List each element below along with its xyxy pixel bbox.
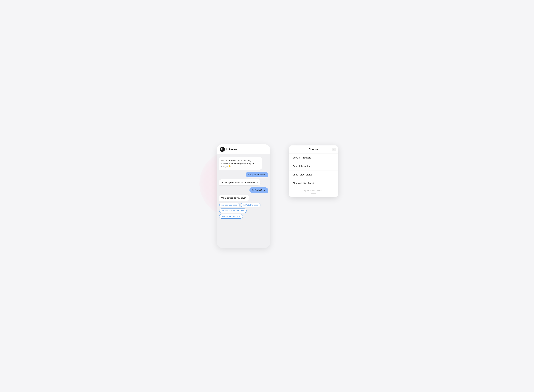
chip-airpods-pro-2nd[interactable]: AirPods Pro 2nd Gen Case [219,209,247,213]
chip-airpods-max[interactable]: AirPods Max Case [219,203,240,207]
svg-rect-1 [222,148,223,149]
user-msg2-bubble: AirPods Case [250,187,268,193]
choose-item-agent-label: Chat with Live Agent [293,182,314,184]
choose-item-status[interactable]: Check order status [289,170,338,179]
choose-title: Choose [309,148,318,151]
choose-item-shop-label: Shop all Products [293,156,311,159]
chip-airpods-3rd[interactable]: AirPods 3rd Gen Case [219,214,243,219]
user-msg1-text: Shop all Products [248,173,265,176]
chat-body: Hi! I'm Shopwell, your shopping assistan… [217,154,270,248]
close-icon: × [333,148,335,150]
bot-greeting-text: Hi! I'm Shopwell, your shopping assistan… [222,159,254,168]
choose-hint-text: Tap an item to select it [293,189,335,192]
choose-item-cancel-label: Cancel the order [293,165,310,168]
svg-rect-3 [222,149,223,150]
bot-reply2-bubble: What device do you have? [219,195,249,201]
phone-mockup: Latercase Hi! I'm Shopwell, your shoppin… [217,144,270,248]
user-msg2-text: AirPods Case [252,189,265,191]
bot-reply1-text: Sounds good! What you're looking for? [222,181,258,183]
drag-bar [311,193,316,194]
choose-item-status-label: Check order status [293,173,312,176]
user-msg1-bubble: Shop all Products [246,172,268,177]
bot-greeting-bubble: Hi! I'm Shopwell, your shopping assistan… [219,157,262,170]
svg-rect-0 [222,148,222,149]
choose-panel: Choose × Shop all Products Cancel the or… [289,145,338,197]
choose-item-cancel[interactable]: Cancel the order [289,162,338,170]
brand-logo [220,147,225,152]
choose-footer: Tap an item to select it [289,187,338,197]
scene: Latercase Hi! I'm Shopwell, your shoppin… [196,141,338,251]
choose-item-shop[interactable]: Shop all Products [289,154,338,162]
device-chips: AirPods Max Case AirPods Pro Case AirPod… [219,203,268,219]
chip-airpods-pro[interactable]: AirPods Pro Case [241,203,260,207]
bot-reply2-text: What device do you have? [222,197,246,199]
svg-rect-2 [222,149,222,150]
phone-header: Latercase [217,144,270,154]
brand-name: Latercase [227,148,237,150]
bot-reply1-bubble: Sounds good! What you're looking for? [219,179,260,185]
close-button[interactable]: × [332,148,336,151]
choose-item-agent[interactable]: Chat with Live Agent [289,179,338,187]
choose-header: Choose × [289,145,338,154]
